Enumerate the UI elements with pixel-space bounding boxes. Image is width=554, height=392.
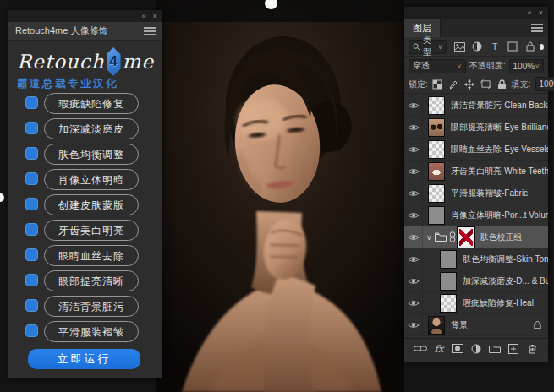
layer-row[interactable]: 瑕疵缺陷修复-Heal	[404, 292, 548, 314]
lock-all-icon[interactable]	[496, 79, 507, 90]
tool-checkbox[interactable]	[25, 324, 38, 337]
layer-row[interactable]: 平滑服装褶皱-Fabric	[404, 182, 548, 204]
layer-name[interactable]: 眼睛血丝去除-Eye Vessels	[451, 144, 548, 155]
add-mask-icon[interactable]	[450, 342, 465, 356]
expand-chevron-icon[interactable]: ∨	[426, 233, 432, 242]
link-layers-icon[interactable]	[413, 342, 428, 356]
opacity-select[interactable]: 100% ∨	[509, 59, 544, 74]
visibility-eye-icon[interactable]	[404, 182, 423, 204]
adjustment-layer-filter-icon[interactable]	[471, 41, 483, 52]
layer-name[interactable]: 加深减淡磨皮-D... & Burn	[463, 275, 548, 287]
layer-name[interactable]: 瑕疵缺陷修复-Heal	[463, 297, 534, 309]
tool-button[interactable]: 清洁背景脏污	[44, 296, 139, 317]
tool-button[interactable]: 牙齿美白明亮	[44, 220, 139, 241]
visibility-eye-icon[interactable]	[404, 161, 423, 182]
lock-transparency-icon[interactable]	[432, 79, 443, 90]
new-layer-icon[interactable]	[506, 342, 521, 356]
layer-row[interactable]: 背景	[404, 314, 548, 336]
tool-checkbox[interactable]	[25, 248, 38, 261]
layer-row[interactable]: 加深减淡磨皮-D... & Burn	[404, 270, 548, 292]
layer-thumbnail[interactable]	[428, 184, 445, 203]
layer-row[interactable]: 肤色均衡调整-Skin Tone	[404, 248, 548, 270]
collapse-panel-icon[interactable]: «	[528, 9, 532, 17]
lock-artboard-icon[interactable]	[480, 79, 491, 90]
tool-checkbox[interactable]	[25, 198, 38, 210]
layer-name[interactable]: 背景	[451, 319, 468, 331]
layer-thumbnail[interactable]	[458, 227, 474, 248]
kind-filter-select[interactable]: 类型 ∨	[409, 40, 447, 54]
run-button[interactable]: 立即运行	[28, 349, 140, 369]
panel-menu-icon[interactable]	[531, 24, 543, 32]
layer-row[interactable]: 眼部提亮清晰-Eye Brilliance	[404, 117, 548, 139]
layer-row[interactable]: 牙齿美白明亮-White Teeth	[404, 161, 548, 182]
layer-thumbnail[interactable]	[428, 206, 445, 225]
panel-menu-icon[interactable]	[144, 27, 156, 35]
layer-row[interactable]: 清洁背景脏污-Clean Backdrop	[404, 95, 548, 117]
visibility-eye-icon[interactable]	[404, 248, 423, 270]
pixel-layer-filter-icon[interactable]	[453, 41, 465, 52]
close-panel-icon[interactable]: ×	[153, 13, 157, 20]
layer-thumbnail[interactable]	[440, 272, 457, 291]
tool-checkbox[interactable]	[25, 147, 38, 160]
layer-name[interactable]: 牙齿美白明亮-White Teeth	[451, 166, 548, 177]
new-group-icon[interactable]	[487, 342, 502, 356]
visibility-eye-icon[interactable]	[404, 204, 423, 226]
layer-thumbnail[interactable]	[428, 162, 445, 181]
tool-row: 眼睛血丝去除	[8, 243, 162, 269]
adjustment-icon[interactable]	[469, 342, 484, 356]
visibility-eye-icon[interactable]	[404, 117, 423, 139]
smart-object-filter-icon[interactable]	[524, 41, 536, 52]
layer-name[interactable]: 清洁背景脏污-Clean Backdrop	[451, 100, 548, 112]
tool-button[interactable]: 瑕疵缺陷修复	[44, 93, 139, 114]
type-layer-filter-icon[interactable]: T	[489, 41, 501, 52]
tool-button[interactable]: 眼部提亮清晰	[44, 270, 139, 291]
visibility-eye-icon[interactable]	[404, 226, 423, 248]
tool-checkbox[interactable]	[25, 96, 38, 109]
layer-name[interactable]: 眼部提亮清晰-Eye Brilliance	[451, 122, 548, 133]
fill-value: 100%	[540, 79, 554, 89]
group-controls: ∨	[426, 231, 456, 242]
layer-thumbnail[interactable]	[440, 250, 457, 269]
shape-layer-filter-icon[interactable]	[507, 41, 518, 52]
blend-mode-select[interactable]: 穿透 ∨	[409, 59, 466, 74]
layer-thumbnail[interactable]	[428, 96, 445, 115]
visibility-eye-icon[interactable]	[404, 270, 423, 292]
lock-pixels-icon[interactable]	[448, 79, 459, 90]
visibility-eye-icon[interactable]	[404, 95, 423, 117]
tool-checkbox[interactable]	[25, 223, 38, 236]
fx-icon[interactable]: fx	[431, 342, 447, 356]
layer-name[interactable]: 平滑服装褶皱-Fabric	[451, 188, 528, 199]
tool-row: 眼部提亮清晰	[8, 269, 162, 294]
visibility-eye-icon[interactable]	[404, 292, 423, 314]
delete-layer-icon[interactable]	[524, 342, 540, 356]
visibility-eye-icon[interactable]	[404, 139, 423, 161]
chevron-down-icon: ∨	[437, 43, 442, 51]
collapse-panel-icon[interactable]: «	[142, 13, 146, 20]
tool-button[interactable]: 加深减淡磨皮	[44, 118, 139, 139]
tool-button[interactable]: 肖像立体明暗	[44, 169, 139, 190]
tool-button[interactable]: 眼睛血丝去除	[44, 245, 139, 266]
layer-row[interactable]: 眼睛血丝去除-Eye Vessels	[404, 139, 548, 161]
layer-thumbnail[interactable]	[428, 118, 445, 137]
layer-thumbnail[interactable]	[428, 140, 445, 159]
visibility-eye-icon[interactable]	[404, 314, 423, 336]
close-panel-icon[interactable]: ×	[539, 9, 543, 17]
layer-name[interactable]: 肤色均衡调整-Skin Tone	[463, 253, 548, 265]
tool-button[interactable]: 肤色均衡调整	[44, 144, 139, 165]
layer-group-row[interactable]: ∨肤色校正组	[404, 226, 548, 248]
layer-row[interactable]: 肖像立体明暗-Por...t Volumes	[404, 204, 548, 226]
lock-position-icon[interactable]	[464, 79, 475, 90]
tool-button[interactable]: 平滑服装褶皱	[44, 321, 139, 342]
fill-select[interactable]: 100% ∨	[535, 77, 554, 91]
layer-thumbnail[interactable]	[440, 294, 457, 313]
filter-toggle-icon[interactable]	[540, 44, 544, 50]
tool-button[interactable]: 创建皮肤蒙版	[44, 194, 139, 215]
layer-name[interactable]: 肤色校正组	[480, 231, 523, 243]
tool-checkbox[interactable]	[25, 122, 38, 134]
logo-text-left: Retouch	[17, 51, 105, 73]
tool-checkbox[interactable]	[25, 274, 38, 286]
layer-thumbnail[interactable]	[428, 316, 445, 335]
tool-checkbox[interactable]	[25, 172, 38, 185]
tool-checkbox[interactable]	[25, 299, 38, 312]
layer-name[interactable]: 肖像立体明暗-Por...t Volumes	[451, 210, 548, 221]
